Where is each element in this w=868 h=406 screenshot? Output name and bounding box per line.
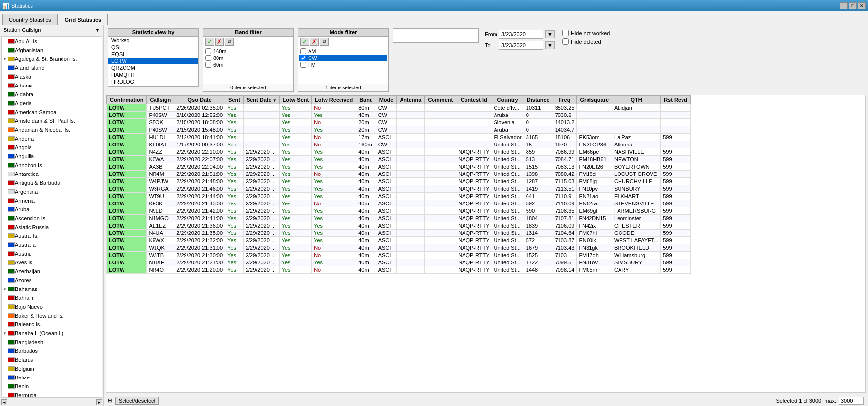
hide-deleted-checkbox[interactable] — [562, 38, 569, 45]
table-row[interactable]: LOTWW3TB2/29/2020 21:30:00Yes2/29/2020 .… — [107, 252, 691, 259]
statistic-list-item[interactable]: HRDLOG — [108, 78, 198, 85]
country-list-item[interactable]: American Samoa — [2, 108, 102, 116]
column-header-mode[interactable]: Mode — [376, 96, 397, 104]
close-button[interactable]: ✕ — [858, 2, 866, 9]
country-list-item[interactable]: Antarctica — [2, 170, 102, 178]
column-header-freq[interactable]: Freq — [553, 96, 577, 104]
column-header-country[interactable]: Country — [492, 96, 524, 104]
country-list-item[interactable]: Anguilla — [2, 152, 102, 161]
country-list-item[interactable]: Balearic Is. — [2, 320, 102, 329]
scroll-right-btn[interactable]: ► — [96, 399, 102, 405]
minimize-button[interactable]: ─ — [840, 2, 848, 9]
column-header-contest-id[interactable]: Contest Id — [456, 96, 492, 104]
column-header-sent[interactable]: Sent — [225, 96, 244, 104]
mode-checkbox[interactable] — [300, 48, 306, 54]
table-row[interactable]: LOTWAE1EZ2/29/2020 21:36:00Yes2/29/2020 … — [107, 222, 691, 230]
country-list-item[interactable]: Austral Is. — [2, 232, 102, 240]
select-deselect-button[interactable]: Select/deselect — [115, 397, 159, 405]
country-list-item[interactable]: Baker & Howland Is. — [2, 311, 102, 320]
country-list-item[interactable]: Belarus — [2, 355, 102, 364]
country-list-item[interactable]: Andorra — [2, 134, 102, 143]
country-list-item[interactable]: Barbados — [2, 347, 102, 355]
table-row[interactable]: LOTWAA3B2/29/2020 22:04:00Yes2/29/2020 .… — [107, 163, 691, 171]
statistic-list-item[interactable]: HAMQTH — [108, 71, 198, 78]
table-row[interactable]: LOTWN1IXF2/29/2020 21:21:00Yes2/29/2020 … — [107, 259, 691, 266]
country-list-item[interactable]: Argentina — [2, 187, 102, 196]
mode-filter-item[interactable]: AM — [299, 48, 387, 55]
max-input[interactable] — [839, 397, 864, 405]
table-row[interactable]: LOTWN1MGO2/29/2020 21:41:00Yes2/29/2020 … — [107, 215, 691, 222]
band-filter-item[interactable]: 60m — [204, 61, 292, 68]
statistic-list-item[interactable]: QRZCOM — [108, 64, 198, 71]
table-row[interactable]: LOTWN4ZZ2/29/2020 22:10:00Yes2/29/2020 .… — [107, 148, 691, 156]
statistic-list[interactable]: WorkedQSLEQSLLOTWQRZCOMHAMQTHHRDLOG — [108, 37, 198, 86]
table-row[interactable]: LOTWS5OK2/15/2020 18:08:00YesYesNo20mCWS… — [107, 119, 691, 126]
column-header-callsign[interactable]: Callsign — [147, 96, 174, 104]
country-list-item[interactable]: Abu Ali Is. — [2, 37, 102, 46]
country-list-item[interactable]: Asiatic Russia — [2, 223, 102, 232]
column-header-gridsquare[interactable]: Gridsquare — [577, 96, 612, 104]
country-list-item[interactable]: ▼Bahamas — [2, 285, 102, 293]
country-list-item[interactable]: Bajo Nuevo — [2, 302, 102, 311]
mode-checkbox[interactable] — [300, 62, 306, 68]
table-row[interactable]: LOTWW3RGA2/29/2020 21:46:00Yes2/29/2020 … — [107, 185, 691, 193]
country-list-item[interactable]: Bahrain — [2, 293, 102, 302]
country-list-item[interactable]: Bangladesh — [2, 338, 102, 347]
table-row[interactable]: LOTWN9LD2/29/2020 21:42:00Yes2/29/2020 .… — [107, 207, 691, 215]
country-list-item[interactable]: Armenia — [2, 196, 102, 205]
country-list-item[interactable]: Andaman & Nicobar Is. — [2, 125, 102, 134]
statistic-list-item[interactable]: Worked — [108, 37, 198, 44]
band-checkbox[interactable] — [205, 48, 211, 54]
from-date-input[interactable] — [499, 30, 543, 39]
country-list-item[interactable]: Antigua & Barbuda — [2, 178, 102, 187]
band-check-all-btn[interactable]: ✓ — [205, 38, 214, 46]
statistic-list-item[interactable]: EQSL — [108, 51, 198, 58]
country-list-item[interactable]: Annobon Is. — [2, 161, 102, 170]
table-row[interactable]: LOTWW1QK2/29/2020 21:31:00Yes2/29/2020 .… — [107, 244, 691, 252]
column-header-antenna[interactable]: Antenna — [397, 96, 425, 104]
table-row[interactable]: LOTWNR4O2/29/2020 21:20:00Yes2/29/2020 .… — [107, 266, 691, 274]
to-date-calendar-btn[interactable]: ▼ — [545, 41, 555, 49]
country-list-item[interactable]: Benin — [2, 382, 102, 391]
country-list-item[interactable]: Angola — [2, 143, 102, 152]
column-header-lotw-received[interactable]: Lotw Received — [312, 96, 356, 104]
column-header-sent-date[interactable]: Sent Date▼ — [243, 96, 279, 104]
mode-checkbox[interactable] — [300, 55, 306, 61]
column-header-rst-rcvd[interactable]: Rst Rcvd — [661, 96, 691, 104]
band-list[interactable]: 160m80m60m — [203, 47, 293, 84]
sidebar-dropdown-icon[interactable]: ▼ — [95, 27, 100, 33]
table-row[interactable]: LOTWP40SW2/16/2020 12:52:00YesYesYes40mC… — [107, 112, 691, 119]
column-header-confirmation[interactable]: Confirmation — [107, 96, 147, 104]
country-list-item[interactable]: Bermuda — [2, 391, 102, 398]
country-list-item[interactable]: Aves Is. — [2, 258, 102, 267]
country-list-item[interactable]: Azerbaijan — [2, 267, 102, 276]
column-header-qth[interactable]: QTH — [612, 96, 661, 104]
table-row[interactable]: LOTWK0WA2/29/2020 22:07:00Yes2/29/2020 .… — [107, 156, 691, 163]
column-header-lotw-sent[interactable]: Lotw Sent — [279, 96, 312, 104]
country-list-item[interactable]: Algeria — [2, 99, 102, 108]
country-list-item[interactable]: Amsterdam & St. Paul Is. — [2, 116, 102, 125]
country-list-item[interactable]: Ascension Is. — [2, 214, 102, 223]
country-list-item[interactable]: ▼Agalega & St. Brandon Is. — [2, 55, 102, 63]
statistic-list-item[interactable]: QSL — [108, 44, 198, 51]
mode-copy-btn[interactable]: ⧉ — [320, 38, 329, 46]
country-list-item[interactable]: ▼Banaba I. (Ocean I.) — [2, 329, 102, 338]
table-row[interactable]: LOTWKE3K2/29/2020 21:43:00Yes2/29/2020 .… — [107, 200, 691, 207]
country-list[interactable]: Abu Ali Is.Afghanistan▼Agalega & St. Bra… — [1, 36, 102, 398]
country-list-item[interactable]: Alaska — [2, 72, 102, 81]
country-list-item[interactable]: Albania — [2, 81, 102, 90]
mode-filter-item[interactable]: CW — [299, 55, 387, 61]
maximize-button[interactable]: □ — [849, 2, 857, 9]
country-list-item[interactable]: Aldabra — [2, 90, 102, 99]
country-list-item[interactable]: Belize — [2, 373, 102, 382]
band-checkbox[interactable] — [205, 55, 211, 61]
column-header-comment[interactable]: Comment — [425, 96, 456, 104]
country-list-item[interactable]: Belgium — [2, 364, 102, 373]
table-row[interactable]: LOTWNR4M2/29/2020 21:51:00Yes2/29/2020 .… — [107, 171, 691, 178]
band-filter-item[interactable]: 80m — [204, 55, 292, 61]
band-checkbox[interactable] — [205, 62, 211, 68]
country-list-item[interactable]: Aruba — [2, 205, 102, 214]
column-header-distance[interactable]: Distance — [524, 96, 553, 104]
mode-uncheck-all-btn[interactable]: ✗ — [310, 38, 319, 46]
country-list-item[interactable]: Australia — [2, 240, 102, 249]
